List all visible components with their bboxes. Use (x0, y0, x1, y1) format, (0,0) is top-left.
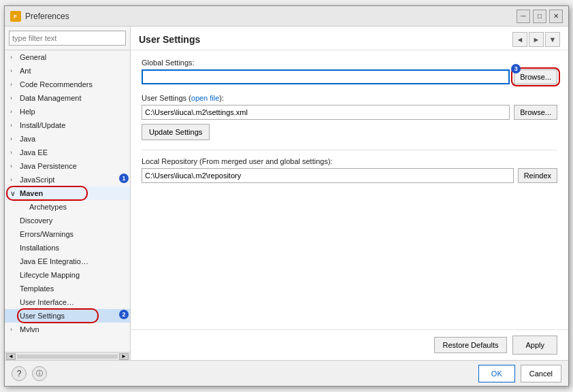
expand-arrow: › (10, 163, 18, 169)
menu-button[interactable]: ▼ (545, 32, 560, 47)
sidebar-item-install-update[interactable]: › Install/Update (5, 118, 130, 132)
sidebar-item-ant[interactable]: › Ant (5, 64, 130, 78)
expand-arrow: › (10, 81, 18, 88)
minimize-button[interactable]: ─ (517, 10, 530, 23)
title-bar: P Preferences ─ □ ✕ (5, 6, 568, 27)
right-bottom-bar: Restore Defaults Apply (131, 329, 568, 360)
sidebar-item-errors-warnings[interactable]: Errors/Warnings (5, 227, 130, 241)
maximize-button[interactable]: □ (533, 10, 546, 23)
expand-arrow: › (10, 108, 18, 115)
expand-arrow: › (10, 95, 18, 101)
forward-button[interactable]: ► (529, 32, 544, 47)
expand-arrow: › (10, 326, 18, 333)
right-panel: User Settings ◄ ► ▼ Global Settings: 3 (131, 27, 568, 360)
scroll-track (17, 355, 118, 359)
window-controls: ─ □ ✕ (517, 10, 563, 23)
horizontal-scrollbar[interactable]: ◄ ► (5, 352, 130, 360)
expand-arrow: › (10, 176, 18, 183)
filter-input[interactable] (9, 31, 126, 46)
user-settings-input[interactable] (142, 105, 510, 120)
sidebar-item-templates[interactable]: Templates (5, 282, 130, 295)
page-title: User Settings (139, 34, 200, 45)
section-divider (142, 150, 557, 150)
local-repo-input[interactable] (142, 168, 514, 183)
reindex-button[interactable]: Reindex (518, 168, 557, 183)
expand-arrow: › (10, 135, 18, 142)
user-settings-row: Browse... (142, 105, 557, 120)
svg-text:P: P (14, 14, 17, 19)
sidebar-item-lifecycle-mapping[interactable]: Lifecycle Mapping (5, 268, 130, 282)
tree-area: › General › Ant › Code Recommenders › Da… (5, 50, 130, 352)
sidebar-item-java-ee-integration[interactable]: Java EE Integratio… (5, 255, 130, 268)
right-header: User Settings ◄ ► ▼ (131, 27, 568, 50)
global-settings-section: Global Settings: 3 Browse... (142, 59, 557, 84)
sidebar-item-code-recommenders[interactable]: › Code Recommenders (5, 78, 130, 91)
badge-2: 2 (119, 310, 129, 319)
expand-arrow: › (10, 54, 18, 61)
left-panel: › General › Ant › Code Recommenders › Da… (5, 27, 131, 360)
bottom-bar: ? ⓘ OK Cancel (5, 360, 568, 386)
global-settings-browse-button[interactable]: Browse... (514, 69, 557, 84)
sidebar-item-mvlvn[interactable]: › Mvlvn (5, 323, 130, 336)
sidebar-item-user-settings[interactable]: User Settings 2 (5, 309, 130, 323)
restore-defaults-button[interactable]: Restore Defaults (434, 337, 508, 353)
scroll-left-btn[interactable]: ◄ (6, 353, 16, 360)
expand-arrow: › (10, 122, 18, 129)
sidebar-item-java-ee[interactable]: › Java EE (5, 146, 130, 159)
filter-box (5, 27, 130, 50)
sidebar-item-javascript[interactable]: › JavaScript 1 (5, 173, 130, 186)
sidebar-item-general[interactable]: › General (5, 50, 130, 64)
open-file-link[interactable]: open file (191, 94, 220, 102)
sidebar-item-maven[interactable]: ∨ Maven (5, 186, 130, 200)
expand-arrow-maven: ∨ (10, 190, 18, 197)
update-settings-button[interactable]: Update Settings (142, 124, 210, 140)
info-button[interactable]: ⓘ (32, 366, 47, 381)
sidebar-item-data-management[interactable]: › Data Management (5, 91, 130, 105)
right-body: Global Settings: 3 Browse... (131, 50, 568, 329)
badge-1: 1 (119, 174, 129, 183)
global-settings-row: 3 Browse... (142, 69, 557, 84)
user-settings-label: User Settings (open file): (142, 94, 557, 102)
help-button[interactable]: ? (12, 366, 27, 381)
right-toolbar: ◄ ► ▼ (512, 32, 560, 47)
sidebar-item-java-persistence[interactable]: › Java Persistence (5, 159, 130, 173)
preferences-window: P Preferences ─ □ ✕ › General › (4, 5, 569, 387)
window-title: Preferences (25, 12, 517, 21)
global-settings-input[interactable] (142, 69, 510, 84)
back-button[interactable]: ◄ (512, 32, 527, 47)
sidebar-item-help[interactable]: › Help (5, 105, 130, 118)
sidebar-item-java[interactable]: › Java (5, 132, 130, 146)
ok-button[interactable]: OK (478, 365, 515, 382)
sidebar-item-user-interface[interactable]: User Interface… (5, 295, 130, 309)
expand-arrow: › (10, 149, 18, 156)
cancel-button[interactable]: Cancel (521, 365, 561, 382)
sidebar-item-discovery[interactable]: Discovery (5, 214, 130, 227)
bottom-right-buttons: OK Cancel (478, 365, 561, 382)
scroll-right-btn[interactable]: ► (119, 353, 129, 360)
apply-button[interactable]: Apply (512, 336, 557, 355)
local-repo-section: Local Repository (From merged user and g… (142, 157, 557, 183)
user-settings-section: User Settings (open file): Browse... Upd… (142, 94, 557, 140)
main-content: › General › Ant › Code Recommenders › Da… (5, 27, 568, 360)
app-icon: P (10, 11, 21, 22)
local-repo-label: Local Repository (From merged user and g… (142, 157, 557, 165)
expand-arrow: › (10, 67, 18, 74)
sidebar-item-installations[interactable]: Installations (5, 241, 130, 255)
global-settings-label: Global Settings: (142, 59, 557, 67)
user-settings-browse-button[interactable]: Browse... (514, 105, 557, 120)
bottom-left-icons: ? ⓘ (12, 366, 47, 381)
sidebar-item-archetypes[interactable]: Archetypes (5, 200, 130, 214)
close-button[interactable]: ✕ (549, 10, 563, 23)
local-repo-row: Reindex (142, 168, 557, 183)
